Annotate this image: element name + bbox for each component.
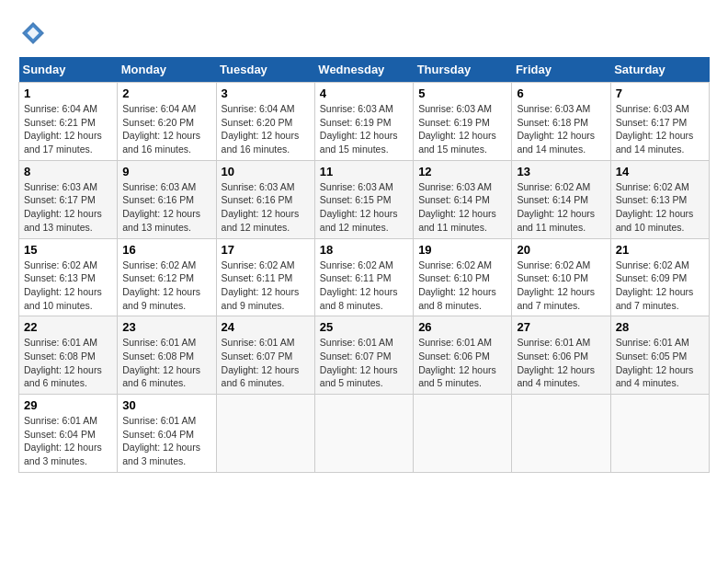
calendar-cell xyxy=(314,395,413,473)
day-number: 1 xyxy=(24,86,112,100)
calendar-cell: 24 Sunrise: 6:01 AM Sunset: 6:07 PM Dayl… xyxy=(216,316,314,395)
day-number: 24 xyxy=(222,320,310,334)
day-number: 8 xyxy=(24,165,112,178)
column-header-monday: Monday xyxy=(118,57,216,83)
day-number: 30 xyxy=(122,398,210,412)
day-info: Sunrise: 6:01 AM Sunset: 6:05 PM Dayligh… xyxy=(616,336,704,390)
day-info: Sunrise: 6:01 AM Sunset: 6:06 PM Dayligh… xyxy=(418,336,506,390)
calendar-cell xyxy=(610,395,709,473)
day-info: Sunrise: 6:03 AM Sunset: 6:19 PM Dayligh… xyxy=(418,102,506,156)
day-info: Sunrise: 6:01 AM Sunset: 6:06 PM Dayligh… xyxy=(517,336,605,390)
day-number: 20 xyxy=(517,243,605,257)
calendar-cell: 27 Sunrise: 6:01 AM Sunset: 6:06 PM Dayl… xyxy=(512,316,610,395)
calendar-cell: 23 Sunrise: 6:01 AM Sunset: 6:08 PM Dayl… xyxy=(118,316,216,395)
calendar-cell: 21 Sunrise: 6:02 AM Sunset: 6:09 PM Dayl… xyxy=(610,238,709,316)
day-number: 10 xyxy=(222,165,310,178)
calendar-cell: 1 Sunrise: 6:04 AM Sunset: 6:21 PM Dayli… xyxy=(19,83,118,161)
day-number: 23 xyxy=(122,320,210,334)
day-number: 22 xyxy=(24,320,112,334)
day-number: 17 xyxy=(222,243,310,257)
day-number: 25 xyxy=(320,320,408,334)
day-info: Sunrise: 6:03 AM Sunset: 6:15 PM Dayligh… xyxy=(320,180,408,235)
calendar-cell xyxy=(512,395,610,473)
day-number: 14 xyxy=(616,165,704,178)
column-header-tuesday: Tuesday xyxy=(216,57,314,83)
calendar-cell: 13 Sunrise: 6:02 AM Sunset: 6:14 PM Dayl… xyxy=(512,160,610,238)
calendar-cell: 18 Sunrise: 6:02 AM Sunset: 6:11 PM Dayl… xyxy=(314,238,413,316)
calendar-table: SundayMondayTuesdayWednesdayThursdayFrid… xyxy=(18,57,710,473)
day-info: Sunrise: 6:03 AM Sunset: 6:16 PM Dayligh… xyxy=(122,180,210,235)
day-info: Sunrise: 6:03 AM Sunset: 6:19 PM Dayligh… xyxy=(320,102,408,156)
day-info: Sunrise: 6:02 AM Sunset: 6:10 PM Dayligh… xyxy=(517,259,605,313)
calendar-week-row: 29 Sunrise: 6:01 AM Sunset: 6:04 PM Dayl… xyxy=(19,395,710,473)
day-info: Sunrise: 6:01 AM Sunset: 6:08 PM Dayligh… xyxy=(122,336,210,390)
day-number: 15 xyxy=(24,243,112,257)
calendar-week-row: 22 Sunrise: 6:01 AM Sunset: 6:08 PM Dayl… xyxy=(19,316,710,395)
calendar-week-row: 15 Sunrise: 6:02 AM Sunset: 6:13 PM Dayl… xyxy=(19,238,710,316)
day-info: Sunrise: 6:04 AM Sunset: 6:21 PM Dayligh… xyxy=(24,102,112,156)
day-info: Sunrise: 6:02 AM Sunset: 6:12 PM Dayligh… xyxy=(122,259,210,313)
day-number: 16 xyxy=(122,243,210,257)
day-info: Sunrise: 6:01 AM Sunset: 6:04 PM Dayligh… xyxy=(122,414,210,468)
day-info: Sunrise: 6:02 AM Sunset: 6:13 PM Dayligh… xyxy=(616,180,704,235)
day-info: Sunrise: 6:02 AM Sunset: 6:09 PM Dayligh… xyxy=(616,259,704,313)
calendar-cell: 16 Sunrise: 6:02 AM Sunset: 6:12 PM Dayl… xyxy=(118,238,216,316)
day-number: 2 xyxy=(122,86,210,100)
column-header-thursday: Thursday xyxy=(414,57,512,83)
calendar-cell: 22 Sunrise: 6:01 AM Sunset: 6:08 PM Dayl… xyxy=(19,316,118,395)
calendar-cell: 17 Sunrise: 6:02 AM Sunset: 6:11 PM Dayl… xyxy=(216,238,314,316)
calendar-cell: 9 Sunrise: 6:03 AM Sunset: 6:16 PM Dayli… xyxy=(118,160,216,238)
calendar-week-row: 1 Sunrise: 6:04 AM Sunset: 6:21 PM Dayli… xyxy=(19,83,710,161)
day-number: 19 xyxy=(418,243,506,257)
day-number: 18 xyxy=(320,243,408,257)
day-info: Sunrise: 6:02 AM Sunset: 6:11 PM Dayligh… xyxy=(222,259,310,313)
calendar-header-row: SundayMondayTuesdayWednesdayThursdayFrid… xyxy=(19,57,710,83)
day-info: Sunrise: 6:02 AM Sunset: 6:14 PM Dayligh… xyxy=(517,180,605,235)
day-info: Sunrise: 6:01 AM Sunset: 6:07 PM Dayligh… xyxy=(320,336,408,390)
day-info: Sunrise: 6:04 AM Sunset: 6:20 PM Dayligh… xyxy=(122,102,210,156)
day-info: Sunrise: 6:01 AM Sunset: 6:07 PM Dayligh… xyxy=(222,336,310,390)
day-number: 9 xyxy=(122,165,210,178)
day-number: 6 xyxy=(517,86,605,100)
calendar-week-row: 8 Sunrise: 6:03 AM Sunset: 6:17 PM Dayli… xyxy=(19,160,710,238)
day-info: Sunrise: 6:02 AM Sunset: 6:13 PM Dayligh… xyxy=(24,259,112,313)
calendar-cell: 11 Sunrise: 6:03 AM Sunset: 6:15 PM Dayl… xyxy=(314,160,413,238)
day-info: Sunrise: 6:03 AM Sunset: 6:14 PM Dayligh… xyxy=(418,180,506,235)
calendar-cell: 3 Sunrise: 6:04 AM Sunset: 6:20 PM Dayli… xyxy=(216,83,314,161)
day-number: 11 xyxy=(320,165,408,178)
page-header xyxy=(18,18,710,48)
calendar-cell: 7 Sunrise: 6:03 AM Sunset: 6:17 PM Dayli… xyxy=(610,83,709,161)
day-number: 28 xyxy=(616,320,704,334)
day-info: Sunrise: 6:02 AM Sunset: 6:10 PM Dayligh… xyxy=(418,259,506,313)
column-header-saturday: Saturday xyxy=(610,57,709,83)
calendar-cell xyxy=(216,395,314,473)
day-info: Sunrise: 6:01 AM Sunset: 6:04 PM Dayligh… xyxy=(24,414,112,468)
day-info: Sunrise: 6:03 AM Sunset: 6:16 PM Dayligh… xyxy=(222,180,310,235)
calendar-cell: 26 Sunrise: 6:01 AM Sunset: 6:06 PM Dayl… xyxy=(414,316,512,395)
day-info: Sunrise: 6:02 AM Sunset: 6:11 PM Dayligh… xyxy=(320,259,408,313)
calendar-cell: 19 Sunrise: 6:02 AM Sunset: 6:10 PM Dayl… xyxy=(414,238,512,316)
day-number: 4 xyxy=(320,86,408,100)
day-number: 29 xyxy=(24,398,112,412)
calendar-cell: 30 Sunrise: 6:01 AM Sunset: 6:04 PM Dayl… xyxy=(118,395,216,473)
day-info: Sunrise: 6:03 AM Sunset: 6:17 PM Dayligh… xyxy=(24,180,112,235)
calendar-cell: 8 Sunrise: 6:03 AM Sunset: 6:17 PM Dayli… xyxy=(19,160,118,238)
calendar-cell: 10 Sunrise: 6:03 AM Sunset: 6:16 PM Dayl… xyxy=(216,160,314,238)
calendar-cell: 20 Sunrise: 6:02 AM Sunset: 6:10 PM Dayl… xyxy=(512,238,610,316)
day-info: Sunrise: 6:01 AM Sunset: 6:08 PM Dayligh… xyxy=(24,336,112,390)
column-header-friday: Friday xyxy=(512,57,610,83)
day-number: 27 xyxy=(517,320,605,334)
day-number: 3 xyxy=(222,86,310,100)
day-number: 7 xyxy=(616,86,704,100)
day-number: 12 xyxy=(418,165,506,178)
day-info: Sunrise: 6:03 AM Sunset: 6:18 PM Dayligh… xyxy=(517,102,605,156)
day-number: 13 xyxy=(517,165,605,178)
calendar-cell: 15 Sunrise: 6:02 AM Sunset: 6:13 PM Dayl… xyxy=(19,238,118,316)
day-info: Sunrise: 6:03 AM Sunset: 6:17 PM Dayligh… xyxy=(616,102,704,156)
day-number: 26 xyxy=(418,320,506,334)
calendar-cell: 12 Sunrise: 6:03 AM Sunset: 6:14 PM Dayl… xyxy=(414,160,512,238)
calendar-cell: 6 Sunrise: 6:03 AM Sunset: 6:18 PM Dayli… xyxy=(512,83,610,161)
calendar-cell xyxy=(414,395,512,473)
calendar-cell: 25 Sunrise: 6:01 AM Sunset: 6:07 PM Dayl… xyxy=(314,316,413,395)
day-number: 5 xyxy=(418,86,506,100)
